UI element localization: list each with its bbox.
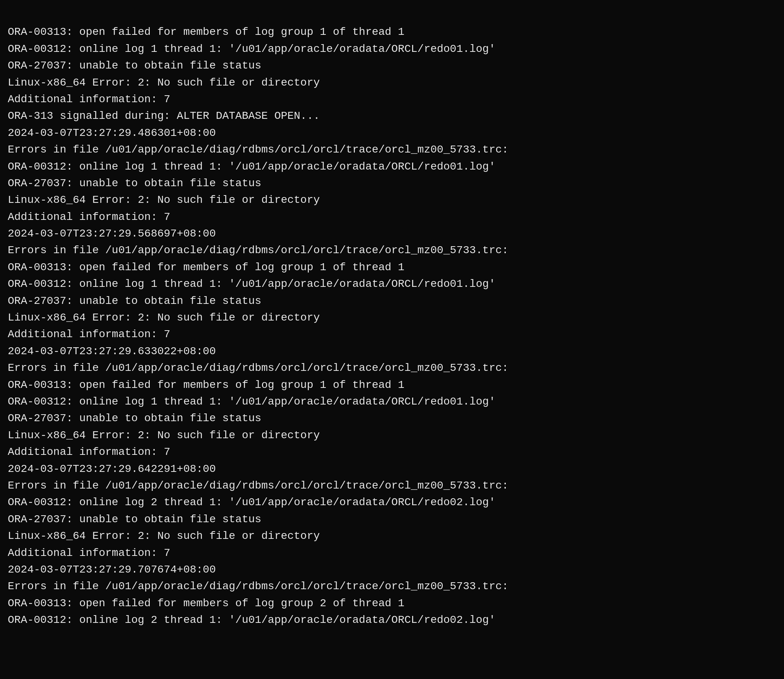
terminal-line: 2024-03-07T23:27:29.707674+08:00	[8, 561, 776, 578]
terminal-line: ORA-00313: open failed for members of lo…	[8, 24, 776, 40]
terminal-line: ORA-00312: online log 1 thread 1: '/u01/…	[8, 41, 776, 57]
terminal-line: ORA-27037: unable to obtain file status	[8, 410, 776, 427]
terminal-line: ORA-27037: unable to obtain file status	[8, 511, 776, 528]
terminal-line: ORA-313 signalled during: ALTER DATABASE…	[8, 108, 776, 124]
terminal-line: Additional information: 7	[8, 91, 776, 108]
terminal-line: Additional information: 7	[8, 545, 776, 561]
terminal-line: Additional information: 7	[8, 444, 776, 460]
terminal-line: Errors in file /u01/app/oracle/diag/rdbm…	[8, 242, 776, 259]
terminal-line: ORA-27037: unable to obtain file status	[8, 57, 776, 74]
terminal-line: 2024-03-07T23:27:29.642291+08:00	[8, 461, 776, 477]
terminal-line: ORA-00313: open failed for members of lo…	[8, 377, 776, 393]
terminal-line: ORA-00312: online log 2 thread 1: '/u01/…	[8, 612, 776, 628]
terminal-line: Additional information: 7	[8, 209, 776, 225]
terminal-line: 2024-03-07T23:27:29.568697+08:00	[8, 225, 776, 242]
terminal-line: Linux-x86_64 Error: 2: No such file or d…	[8, 427, 776, 444]
terminal-output: ORA-00313: open failed for members of lo…	[8, 7, 776, 628]
terminal-line: Linux-x86_64 Error: 2: No such file or d…	[8, 528, 776, 544]
terminal-line: Errors in file /u01/app/oracle/diag/rdbm…	[8, 578, 776, 595]
terminal-line: ORA-00312: online log 1 thread 1: '/u01/…	[8, 276, 776, 292]
terminal-line: Linux-x86_64 Error: 2: No such file or d…	[8, 192, 776, 208]
terminal-line: 2024-03-07T23:27:29.633022+08:00	[8, 343, 776, 360]
terminal-line: Additional information: 7	[8, 326, 776, 343]
terminal-line: ORA-00313: open failed for members of lo…	[8, 595, 776, 612]
terminal-line: ORA-00312: online log 1 thread 1: '/u01/…	[8, 393, 776, 410]
terminal-line: ORA-27037: unable to obtain file status	[8, 293, 776, 309]
terminal-line: Errors in file /u01/app/oracle/diag/rdbm…	[8, 141, 776, 158]
terminal-line: ORA-00312: online log 2 thread 1: '/u01/…	[8, 494, 776, 511]
terminal-line: Linux-x86_64 Error: 2: No such file or d…	[8, 309, 776, 326]
terminal-line: Linux-x86_64 Error: 2: No such file or d…	[8, 74, 776, 91]
terminal-line: ORA-00312: online log 1 thread 1: '/u01/…	[8, 158, 776, 175]
terminal-line: ORA-27037: unable to obtain file status	[8, 175, 776, 192]
terminal-line: Errors in file /u01/app/oracle/diag/rdbm…	[8, 477, 776, 494]
terminal-line: Errors in file /u01/app/oracle/diag/rdbm…	[8, 360, 776, 376]
terminal-line: 2024-03-07T23:27:29.486301+08:00	[8, 125, 776, 141]
terminal-line: ORA-00313: open failed for members of lo…	[8, 259, 776, 276]
